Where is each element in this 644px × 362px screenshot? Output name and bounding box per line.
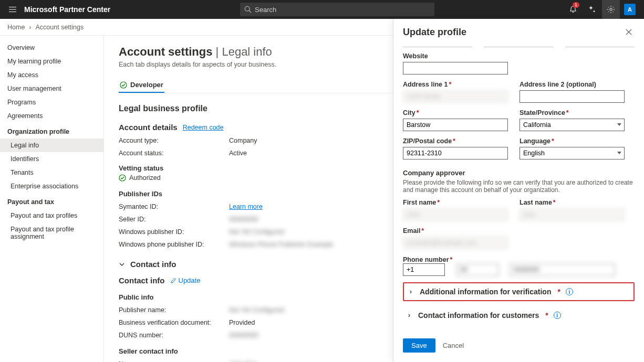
state-select[interactable]: California bbox=[520, 119, 625, 131]
ghost-field bbox=[484, 45, 553, 47]
check-circle-icon bbox=[120, 81, 127, 89]
email-label: Email* bbox=[403, 227, 508, 235]
update-link[interactable]: Update bbox=[170, 276, 201, 284]
breadcrumb-home[interactable]: Home bbox=[7, 24, 25, 31]
chevron-down-icon bbox=[119, 261, 125, 268]
addr1-label: Address line 1* bbox=[403, 81, 508, 88]
website-input[interactable] bbox=[403, 62, 508, 74]
sidebar-item-overview[interactable]: Overview bbox=[0, 41, 103, 55]
sidebar-item-programs[interactable]: Programs bbox=[0, 95, 103, 109]
lastname-input[interactable] bbox=[520, 208, 625, 221]
svg-line-1 bbox=[249, 10, 251, 13]
search-box[interactable] bbox=[240, 3, 434, 16]
firstname-label: First name* bbox=[403, 199, 508, 206]
sidebar-item-tenants[interactable]: Tenants bbox=[0, 166, 103, 179]
lastname-label: Last name* bbox=[520, 199, 625, 206]
notification-badge: 1 bbox=[573, 2, 579, 8]
sidebar-item-legalinfo[interactable]: Legal info bbox=[0, 139, 103, 152]
sidebar-item-learning[interactable]: My learning profile bbox=[0, 55, 103, 68]
sidebar-group-payout: Payout and tax bbox=[0, 193, 103, 209]
sidebar-item-identifiers[interactable]: Identifiers bbox=[0, 152, 103, 166]
save-button[interactable]: Save bbox=[403, 338, 435, 353]
expander-additional-verification: › Additional information for verificatio… bbox=[403, 282, 635, 301]
search-input[interactable] bbox=[255, 6, 430, 14]
sidebar-item-usermgmt[interactable]: User management bbox=[0, 82, 103, 95]
phone-area-input[interactable] bbox=[456, 263, 498, 276]
learn-more-link[interactable]: Learn more bbox=[229, 203, 263, 210]
phone-number-input[interactable] bbox=[510, 263, 615, 276]
addr2-label: Address line 2 (optional) bbox=[520, 81, 625, 88]
svg-point-0 bbox=[245, 6, 250, 11]
settings-button[interactable] bbox=[602, 0, 620, 19]
redeem-code-link[interactable]: Redeem code bbox=[183, 124, 224, 131]
zip-label: ZIP/Postal code* bbox=[403, 137, 508, 145]
sidebar-item-payoutprofiles[interactable]: Payout and tax profiles bbox=[0, 209, 103, 222]
addr2-input[interactable] bbox=[520, 90, 625, 103]
approver-heading: Company approver bbox=[403, 169, 635, 177]
expander-contact-customers: › Contact information for customers * i bbox=[403, 307, 635, 323]
chevron-right-icon: › bbox=[29, 24, 31, 31]
sidebar-item-enterprise[interactable]: Enterprise associations bbox=[0, 179, 103, 193]
ghost-field bbox=[403, 45, 472, 47]
state-label: State/Province* bbox=[520, 109, 625, 116]
website-label: Website bbox=[403, 52, 508, 60]
chevron-right-icon: › bbox=[407, 288, 414, 295]
panel-title: Update profile bbox=[403, 27, 466, 38]
top-header: Microsoft Partner Center 1 A bbox=[0, 0, 644, 19]
language-label: Language* bbox=[520, 137, 625, 145]
chevron-right-icon: › bbox=[406, 312, 413, 319]
sidebar-item-agreements[interactable]: Agreements bbox=[0, 109, 103, 123]
ghost-field bbox=[565, 45, 635, 47]
sidebar-group-orgprofile: Organization profile bbox=[0, 123, 103, 139]
tab-developer[interactable]: Developer bbox=[119, 78, 164, 93]
svg-point-4 bbox=[119, 175, 126, 181]
city-label: City* bbox=[403, 109, 508, 116]
breadcrumb-current: Account settings bbox=[36, 24, 84, 31]
addr1-input[interactable] bbox=[403, 90, 508, 103]
brand: Microsoft Partner Center bbox=[24, 5, 110, 14]
sidebar: Overview My learning profile My access U… bbox=[0, 36, 104, 362]
notifications-button[interactable]: 1 bbox=[564, 0, 582, 19]
info-icon: i bbox=[566, 288, 573, 295]
svg-point-2 bbox=[610, 8, 612, 10]
sparkle-button[interactable] bbox=[583, 0, 601, 19]
zip-input[interactable] bbox=[403, 147, 508, 159]
search-icon bbox=[244, 6, 252, 13]
sidebar-item-payoutassign[interactable]: Payout and tax profile assignment bbox=[0, 222, 103, 243]
sidebar-item-myaccess[interactable]: My access bbox=[0, 68, 103, 82]
cancel-button[interactable]: Cancel bbox=[443, 342, 464, 349]
avatar-button[interactable]: A bbox=[621, 0, 639, 19]
update-profile-panel: Update profile Website Address line 1* A… bbox=[393, 19, 644, 362]
svg-point-3 bbox=[120, 82, 127, 88]
approver-desc: Please provide the following info so we … bbox=[403, 179, 635, 194]
hamburger-icon[interactable] bbox=[5, 6, 20, 13]
language-select[interactable]: English bbox=[520, 147, 625, 159]
close-icon[interactable] bbox=[623, 26, 635, 38]
phone-cc-input[interactable] bbox=[403, 263, 445, 276]
info-icon: i bbox=[554, 312, 561, 319]
avatar: A bbox=[624, 4, 636, 15]
check-circle-icon bbox=[119, 174, 126, 182]
city-input[interactable] bbox=[403, 119, 508, 131]
firstname-input[interactable] bbox=[403, 208, 508, 221]
phone-label: Phone number* bbox=[403, 256, 452, 263]
email-input[interactable] bbox=[403, 237, 508, 249]
